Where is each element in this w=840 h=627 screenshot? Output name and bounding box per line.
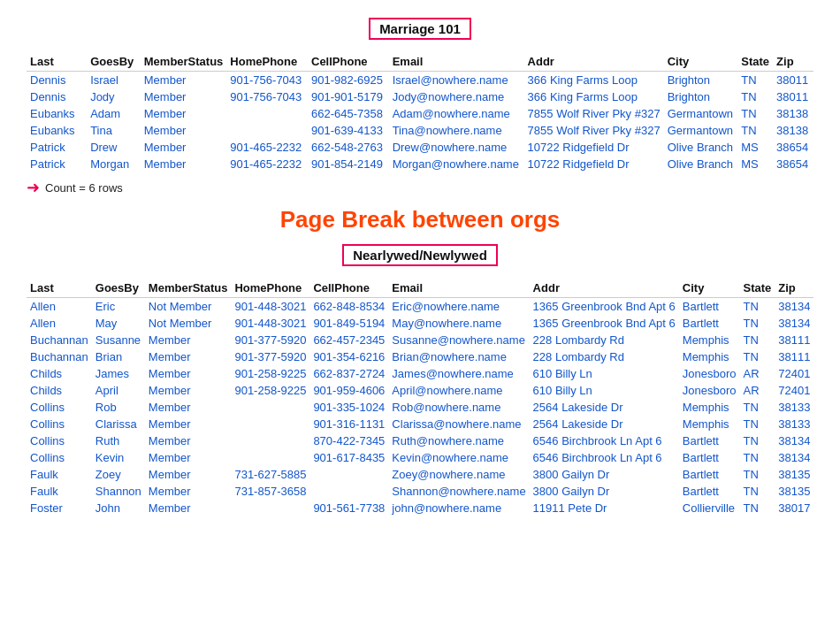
table-cell: TN [740,432,775,449]
table-cell: Collins [27,399,92,416]
table-cell: 901-901-5179 [308,88,389,105]
col-addr-2: Addr [530,279,679,298]
table-cell: TN [737,72,773,89]
table-cell: 38135 [775,466,813,483]
table-cell: Shannon [92,483,145,500]
table-cell: Rob@nowhere.name [388,399,529,416]
table-cell: Member [145,432,232,449]
table-cell: 7855 Wolf River Pky #327 [524,122,664,139]
table-row: EubanksTinaMember901-639-4133Tina@nowher… [27,122,813,139]
table-cell: 10722 Ridgefield Dr [524,139,664,156]
table-row: ChildsAprilMember901-258-9225901-959-460… [27,382,813,399]
table-cell: Childs [27,365,92,382]
col-city-1: City [664,52,738,72]
table-cell: Brian [92,348,145,365]
table-cell: Eric [92,298,145,316]
section1-table: Last GoesBy MemberStatus HomePhone CellP… [27,52,813,172]
table-cell [226,105,308,122]
arrow-icon: ➜ [27,178,40,197]
table-cell: Ruth@nowhere.name [388,432,529,449]
table-cell: Bartlett [679,449,740,466]
table-cell: Not Member [145,315,232,332]
table-cell: 901-465-2232 [226,139,308,156]
table-cell: 901-756-7043 [226,88,308,105]
table-row: ChildsJamesMember901-258-9225662-837-272… [27,365,813,382]
section2-title-row: Nearlywed/Newlywed [27,244,813,273]
table-cell: Memphis [679,399,740,416]
table-cell: 901-982-6925 [308,72,389,89]
table-cell: May [92,315,145,332]
table-cell: Jody@nowhere.name [389,88,524,105]
table-cell: Brighton [664,88,738,105]
table-cell: Clarissa@nowhere.name [388,416,529,432]
col-zip-2: Zip [775,279,813,298]
table-cell: TN [740,466,775,483]
table-row: BuchannanBrianMember901-377-5920901-354-… [27,348,813,365]
table-cell [231,500,309,516]
table-cell: Israel [87,72,141,89]
table-cell [309,483,388,500]
table-cell: Eubanks [27,122,87,139]
section2-header-row: Last GoesBy MemberStatus HomePhone CellP… [27,279,813,298]
table-cell: 610 Billy Ln [530,365,679,382]
table-cell: James [92,365,145,382]
table-cell: Bartlett [679,483,740,500]
table-cell: 72401 [775,365,813,382]
table-cell: Drew@nowhere.name [389,139,524,156]
table-row: DennisJodyMember901-756-7043901-901-5179… [27,88,813,105]
table-cell: Olive Branch [664,139,738,156]
table-cell: Susanne@nowhere.name [388,332,529,348]
table-cell: Buchannan [27,332,92,348]
table-cell: Memphis [679,332,740,348]
table-cell: 38017 [775,500,813,516]
table-row: CollinsClarissaMember901-316-1131Clariss… [27,416,813,432]
table-cell [231,416,309,432]
table-cell: 901-258-9225 [231,365,309,382]
table-cell: John [92,500,145,516]
table-cell: Memphis [679,348,740,365]
col-state-1: State [737,52,773,72]
section2-title: Nearlywed/Newlywed [342,244,498,266]
table-cell: 7855 Wolf River Pky #327 [524,105,664,122]
table-cell: May@nowhere.name [388,315,529,332]
table-cell: 38138 [773,122,813,139]
col-goesby-1: GoesBy [87,52,141,72]
table-cell: Faulk [27,483,92,500]
table-cell: 901-258-9225 [231,382,309,399]
table-cell: 870-422-7345 [309,432,388,449]
table-cell: 38011 [773,72,813,89]
table-cell: Bartlett [679,298,740,316]
table-cell [309,466,388,483]
table-cell: Collins [27,449,92,466]
table-cell: Member [145,449,232,466]
table-cell: john@nowhere.name [388,500,529,516]
table-cell: Member [145,332,232,348]
table-cell: TN [740,348,775,365]
table-cell: 901-377-5920 [231,348,309,365]
table-cell: Member [141,72,227,89]
table-cell: Shannon@nowhere.name [388,483,529,500]
table-cell: Not Member [145,298,232,316]
table-cell: Member [141,122,227,139]
table-cell: TN [737,105,773,122]
table-cell: Collierville [679,500,740,516]
table-row: CollinsRuthMember870-422-7345Ruth@nowher… [27,432,813,449]
table-cell: Tina@nowhere.name [389,122,524,139]
table-cell: TN [740,416,775,432]
table-cell: Bartlett [679,315,740,332]
table-cell: Adam [87,105,141,122]
table-cell: MS [737,156,773,172]
section2-table: Last GoesBy MemberStatus HomePhone CellP… [27,279,813,516]
table-cell: Childs [27,382,92,399]
table-cell: 3800 Gailyn Dr [530,483,679,500]
table-cell: TN [737,122,773,139]
col-email-2: Email [388,279,529,298]
table-cell: 38111 [775,348,813,365]
table-cell: 731-857-3658 [231,483,309,500]
table-cell: Memphis [679,416,740,432]
table-cell: Kevin [92,449,145,466]
col-zip-1: Zip [773,52,813,72]
table-cell: 2564 Lakeside Dr [530,399,679,416]
page-break-text: Page Break between orgs [27,206,813,233]
table-cell: 6546 Birchbrook Ln Apt 6 [530,432,679,449]
